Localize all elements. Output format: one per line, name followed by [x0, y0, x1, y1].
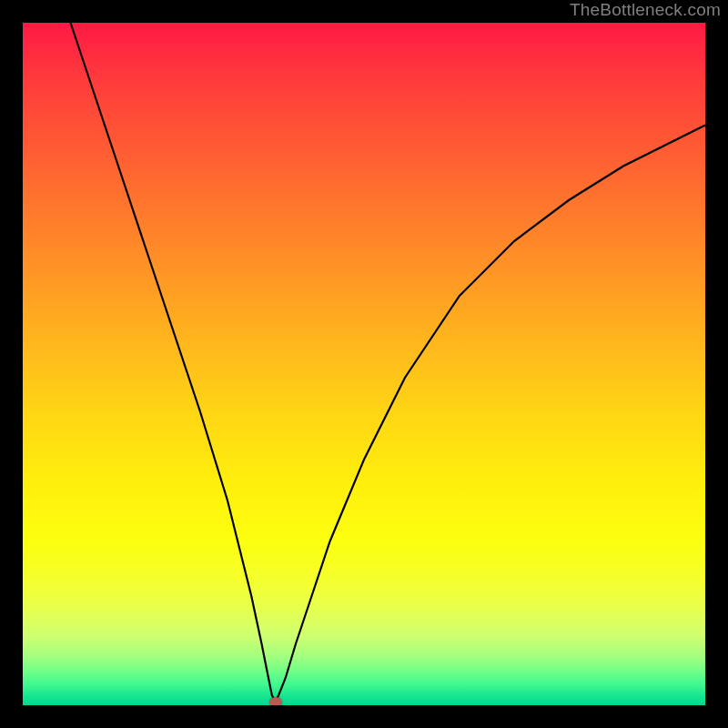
watermark-text: TheBottleneck.com — [570, 0, 721, 20]
chart-frame: TheBottleneck.com — [0, 0, 728, 728]
plot-area — [23, 23, 705, 705]
bottleneck-curve — [71, 23, 706, 702]
optimum-marker — [269, 697, 282, 705]
bottleneck-curve-svg — [23, 23, 705, 705]
